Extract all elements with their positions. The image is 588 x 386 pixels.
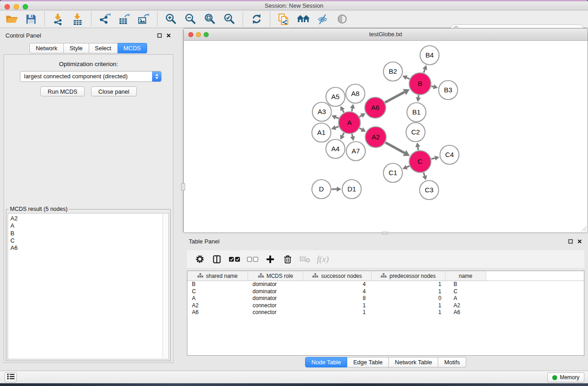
clone-network-icon[interactable] xyxy=(274,11,293,27)
mcds-result-item[interactable]: A xyxy=(10,222,162,229)
tab-network-table[interactable]: Network Table xyxy=(389,357,438,367)
tab-edge-table[interactable]: Edge Table xyxy=(347,357,389,367)
memory-button[interactable]: Memory xyxy=(547,372,584,382)
graph-node-A1[interactable]: A1 xyxy=(312,123,331,142)
task-history-button[interactable] xyxy=(5,372,17,382)
graph-node-A7[interactable]: A7 xyxy=(346,142,365,161)
graph-node-D1[interactable]: D1 xyxy=(342,180,361,199)
table-row[interactable]: A2connector11A2 xyxy=(187,302,584,310)
graph-node-C4[interactable]: C4 xyxy=(440,145,459,164)
graph-node-A2[interactable]: A2 xyxy=(365,127,386,148)
graph-node-C[interactable]: C xyxy=(409,151,431,172)
columns-icon[interactable] xyxy=(211,253,222,265)
cell-predecessor-nodes[interactable]: 0 xyxy=(372,295,445,302)
table-row[interactable]: Cdominator41C xyxy=(187,288,584,295)
graph-node-C2[interactable]: C2 xyxy=(406,123,425,142)
cell-MCDS-role[interactable]: connector xyxy=(248,302,303,310)
cell-predecessor-nodes[interactable]: 1 xyxy=(372,288,445,295)
graph-node-B1[interactable]: B1 xyxy=(407,103,426,122)
cell-predecessor-nodes[interactable]: 1 xyxy=(372,309,445,316)
cell-name[interactable]: B xyxy=(445,281,486,288)
birdseye-grip-icon[interactable] xyxy=(181,183,185,191)
cell-successor-nodes[interactable]: 4 xyxy=(303,288,372,295)
refresh-icon[interactable] xyxy=(247,11,266,27)
zoom-fit-icon[interactable] xyxy=(200,11,220,27)
graph-node-A3[interactable]: A3 xyxy=(312,102,331,121)
show-details-icon[interactable] xyxy=(332,11,352,27)
cell-name[interactable]: A6 xyxy=(445,309,486,316)
cell-successor-nodes[interactable]: 1 xyxy=(303,302,372,310)
close-panel-icon[interactable] xyxy=(166,33,171,38)
float-table-panel-icon[interactable] xyxy=(568,238,573,244)
export-table-icon[interactable] xyxy=(115,11,134,27)
run-mcds-button[interactable]: Run MCDS xyxy=(40,86,85,96)
open-session-icon[interactable] xyxy=(2,11,21,27)
tab-motifs[interactable]: Motifs xyxy=(438,357,466,367)
hide-details-icon[interactable] xyxy=(313,11,332,27)
graph-node-B4[interactable]: B4 xyxy=(420,46,439,65)
zoom-selected-icon[interactable] xyxy=(220,11,239,27)
cell-successor-nodes[interactable]: 1 xyxy=(303,309,372,316)
optimization-criterion-select[interactable]: largest connected component (directed) xyxy=(20,71,162,82)
cell-shared-name[interactable]: C xyxy=(187,288,248,295)
select-all-icon[interactable] xyxy=(229,253,240,265)
settings-icon[interactable] xyxy=(194,253,205,265)
column-header-MCDS-role[interactable]: MCDS role xyxy=(248,271,303,281)
cell-MCDS-role[interactable]: dominator xyxy=(248,295,303,302)
graph-node-C1[interactable]: C1 xyxy=(383,163,402,182)
mcds-result-item[interactable]: C xyxy=(10,237,162,244)
table-row[interactable]: Bdominator41B xyxy=(187,281,584,288)
graph-node-B3[interactable]: B3 xyxy=(439,81,458,100)
export-network-icon[interactable] xyxy=(95,11,115,27)
tab-node-table[interactable]: Node Table xyxy=(305,357,348,367)
tab-style[interactable]: Style xyxy=(64,43,89,53)
delete-row-icon[interactable] xyxy=(282,253,293,265)
import-table-icon[interactable] xyxy=(68,11,87,27)
cell-MCDS-role[interactable]: dominator xyxy=(248,281,303,288)
table-row[interactable]: A6connector11A6 xyxy=(187,309,584,316)
cell-shared-name[interactable]: A6 xyxy=(187,309,248,316)
cell-name[interactable]: C xyxy=(445,288,486,295)
export-image-icon[interactable] xyxy=(134,11,153,27)
cell-shared-name[interactable]: A2 xyxy=(187,302,248,310)
tab-select[interactable]: Select xyxy=(89,43,118,53)
zoom-in-icon[interactable] xyxy=(161,11,181,27)
column-header-shared-name[interactable]: shared name xyxy=(187,271,248,281)
column-header-successor-nodes[interactable]: successor nodes xyxy=(303,271,372,281)
close-panel-button[interactable]: Close panel xyxy=(91,86,137,96)
column-header-predecessor-nodes[interactable]: predecessor nodes xyxy=(372,271,445,281)
graph-node-A6[interactable]: A6 xyxy=(365,97,386,118)
graph-node-D[interactable]: D xyxy=(312,180,331,199)
deselect-all-icon[interactable] xyxy=(247,253,258,265)
mcds-result-item[interactable]: A6 xyxy=(10,244,162,252)
mcds-result-item[interactable]: B xyxy=(10,230,162,237)
home-view-icon[interactable] xyxy=(293,11,313,27)
splitter-grip-icon[interactable] xyxy=(382,232,388,234)
close-table-panel-icon[interactable] xyxy=(577,238,582,244)
mcds-list-scrollbar[interactable] xyxy=(163,214,168,358)
table-row[interactable]: Adominator80A xyxy=(187,295,584,302)
float-panel-icon[interactable] xyxy=(157,33,162,38)
cell-shared-name[interactable]: B xyxy=(187,281,248,288)
cell-predecessor-nodes[interactable]: 1 xyxy=(372,302,445,310)
network-canvas[interactable]: AA1A2A3A4A5A6A7A8BB1B2B3B4CC1C2C3C4DD1 xyxy=(184,41,588,232)
cell-name[interactable]: A2 xyxy=(445,302,486,310)
tab-mcds[interactable]: MCDS xyxy=(118,43,147,53)
cell-predecessor-nodes[interactable]: 1 xyxy=(372,281,445,288)
cell-MCDS-role[interactable]: connector xyxy=(248,309,303,316)
cell-successor-nodes[interactable]: 4 xyxy=(303,281,372,288)
graph-node-A4[interactable]: A4 xyxy=(326,139,345,158)
tab-network[interactable]: Network xyxy=(29,43,64,53)
graph-node-A[interactable]: A xyxy=(339,112,360,133)
cell-name[interactable]: A xyxy=(445,295,486,302)
cell-successor-nodes[interactable]: 8 xyxy=(303,295,372,302)
add-row-icon[interactable] xyxy=(265,253,276,265)
cell-shared-name[interactable]: A xyxy=(187,295,248,302)
save-session-icon[interactable] xyxy=(21,11,41,27)
column-header-name[interactable]: name xyxy=(445,271,486,281)
cell-MCDS-role[interactable]: dominator xyxy=(248,288,303,295)
zoom-out-icon[interactable] xyxy=(181,11,200,27)
graph-node-A5[interactable]: A5 xyxy=(326,87,345,106)
graph-node-A8[interactable]: A8 xyxy=(346,84,365,103)
graph-node-B2[interactable]: B2 xyxy=(383,62,402,81)
